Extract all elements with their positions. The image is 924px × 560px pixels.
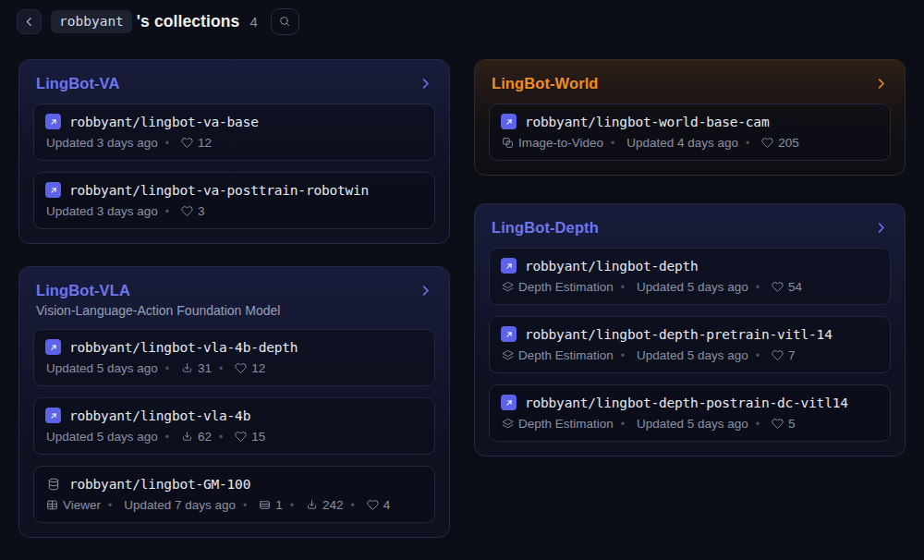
- model-item[interactable]: robbyant/lingbot-va-base Updated 3 days …: [33, 103, 435, 161]
- updated-text: Updated 5 days ago: [46, 430, 158, 444]
- model-meta: Updated 5 days ago 62 15: [45, 430, 423, 444]
- chevron-right-icon: [874, 77, 888, 91]
- dataset-name: robbyant/lingbot-GM-100: [69, 477, 250, 492]
- updated-text: Updated 5 days ago: [614, 417, 748, 431]
- task-label: Image-to-Video: [518, 136, 603, 150]
- likes-stat: 15: [212, 430, 265, 444]
- model-name: robbyant/lingbot-depth-pretrain-vitl-14: [525, 327, 833, 342]
- model-item[interactable]: robbyant/lingbot-vla-4b Updated 5 days a…: [33, 397, 435, 455]
- model-meta: Depth Estimation Updated 5 days ago 5: [501, 417, 879, 431]
- heart-icon: [772, 281, 784, 293]
- likes-count: 4: [383, 498, 391, 512]
- task-label: Depth Estimation: [518, 417, 614, 431]
- heart-icon: [761, 137, 773, 149]
- database-icon: [47, 478, 60, 491]
- collection-link-lingbot-va[interactable]: LingBot-VA: [33, 72, 435, 92]
- arrow-up-right-icon: [505, 398, 514, 408]
- model-item[interactable]: robbyant/lingbot-depth-pretrain-vitl-14 …: [489, 316, 891, 373]
- model-icon: [501, 114, 517, 129]
- chevron-right-icon: [419, 284, 432, 298]
- task-label: Depth Estimation: [518, 348, 614, 362]
- likes-count: 15: [251, 430, 265, 444]
- downloads-stat: 62: [158, 430, 212, 444]
- task-tag: Depth Estimation: [502, 280, 614, 294]
- collection-link-lingbot-world[interactable]: LingBot-World: [489, 72, 891, 92]
- arrow-up-right-icon: [505, 262, 514, 271]
- download-icon: [181, 431, 193, 443]
- model-item[interactable]: robbyant/lingbot-vla-4b-depth Updated 5 …: [33, 329, 435, 386]
- model-icon: [501, 326, 517, 342]
- updated-text: Updated 3 days ago: [46, 136, 158, 150]
- arrow-up-right-icon: [49, 117, 58, 127]
- model-item[interactable]: robbyant/lingbot-depth Depth Estimation …: [489, 248, 891, 305]
- downloads-stat: 242: [283, 498, 344, 512]
- updated-text: Updated 5 days ago: [614, 348, 748, 362]
- search-button[interactable]: [271, 8, 299, 35]
- page-title: 's collections: [137, 12, 240, 31]
- dataset-meta: Viewer Updated 7 days ago 1 242 4: [45, 498, 423, 512]
- collection-items: robbyant/lingbot-va-base Updated 3 days …: [33, 103, 435, 229]
- downloads-count: 62: [198, 430, 212, 444]
- model-name: robbyant/lingbot-vla-4b-depth: [69, 340, 298, 355]
- collection-card-lingbot-depth: LingBot-Depth robbyant/lingbot-depth Dep…: [474, 203, 906, 457]
- download-icon: [181, 362, 193, 374]
- likes-stat: 54: [748, 280, 802, 294]
- chevron-right-icon: [419, 77, 432, 91]
- model-name: robbyant/lingbot-depth-postrain-dc-vitl1…: [525, 396, 848, 410]
- likes-stat: 7: [748, 348, 796, 362]
- collection-card-lingbot-world: LingBot-World robbyant/lingbot-world-bas…: [474, 59, 906, 176]
- depth-estimation-icon: [502, 281, 514, 293]
- chevron-right-icon: [874, 221, 888, 235]
- heart-icon: [772, 418, 784, 430]
- model-item[interactable]: robbyant/lingbot-va-posttrain-robotwin U…: [33, 172, 435, 229]
- table-viewer-icon: [46, 499, 58, 511]
- username-chip[interactable]: robbyant: [51, 10, 132, 33]
- viewer-label: Viewer: [63, 498, 101, 512]
- likes-count: 54: [788, 280, 802, 294]
- dataset-item[interactable]: robbyant/lingbot-GM-100 Viewer Updated 7…: [33, 466, 435, 523]
- rows-count: 1: [275, 498, 283, 512]
- likes-count: 12: [251, 361, 265, 375]
- search-icon: [278, 15, 291, 28]
- heart-icon: [367, 499, 379, 511]
- downloads-count: 242: [322, 498, 344, 512]
- collections-grid: LingBot-VA robbyant/lingbot-va-base Upda…: [18, 59, 906, 538]
- updated-text: Updated 4 days ago: [603, 136, 738, 150]
- viewer-tag: Viewer: [46, 498, 101, 512]
- updated-text: Updated 5 days ago: [46, 361, 158, 375]
- model-name: robbyant/lingbot-va-base: [69, 115, 259, 129]
- likes-stat: 205: [738, 136, 799, 150]
- heart-icon: [181, 137, 193, 149]
- model-name: robbyant/lingbot-world-base-cam: [525, 115, 769, 129]
- download-icon: [306, 499, 318, 511]
- arrow-up-right-icon: [49, 186, 58, 195]
- collection-link-lingbot-vla[interactable]: LingBot-VLA: [33, 279, 435, 299]
- likes-count: 5: [788, 417, 796, 431]
- model-icon: [45, 114, 61, 129]
- collection-items: robbyant/lingbot-depth Depth Estimation …: [489, 248, 891, 442]
- arrow-up-right-icon: [505, 117, 514, 127]
- model-item[interactable]: robbyant/lingbot-depth-postrain-dc-vitl1…: [489, 384, 891, 442]
- collection-card-lingbot-va: LingBot-VA robbyant/lingbot-va-base Upda…: [18, 59, 450, 244]
- collection-items: robbyant/lingbot-world-base-cam Image-to…: [489, 103, 891, 161]
- model-item[interactable]: robbyant/lingbot-world-base-cam Image-to…: [489, 103, 891, 161]
- back-button[interactable]: [17, 9, 42, 34]
- model-meta: Updated 3 days ago 12: [45, 136, 423, 150]
- task-label: Depth Estimation: [518, 280, 614, 294]
- page-header: robbyant 's collections 4: [0, 0, 924, 35]
- model-name: robbyant/lingbot-vla-4b: [69, 408, 250, 423]
- collection-link-lingbot-depth[interactable]: LingBot-Depth: [489, 216, 891, 237]
- image-to-video-icon: [502, 137, 514, 149]
- model-meta: Depth Estimation Updated 5 days ago 54: [501, 280, 879, 294]
- collection-title: LingBot-Depth: [492, 219, 599, 237]
- collection-subtitle: Vision-Language-Action Foundation Model: [36, 303, 432, 318]
- rows-icon: [259, 499, 271, 511]
- model-icon: [45, 408, 61, 423]
- likes-count: 12: [198, 136, 212, 150]
- task-tag: Depth Estimation: [502, 417, 614, 431]
- arrow-up-right-icon: [49, 411, 58, 420]
- right-column: LingBot-World robbyant/lingbot-world-bas…: [474, 59, 906, 457]
- collection-items: robbyant/lingbot-vla-4b-depth Updated 5 …: [33, 329, 435, 523]
- downloads-stat: 31: [158, 361, 212, 375]
- model-icon: [501, 395, 517, 410]
